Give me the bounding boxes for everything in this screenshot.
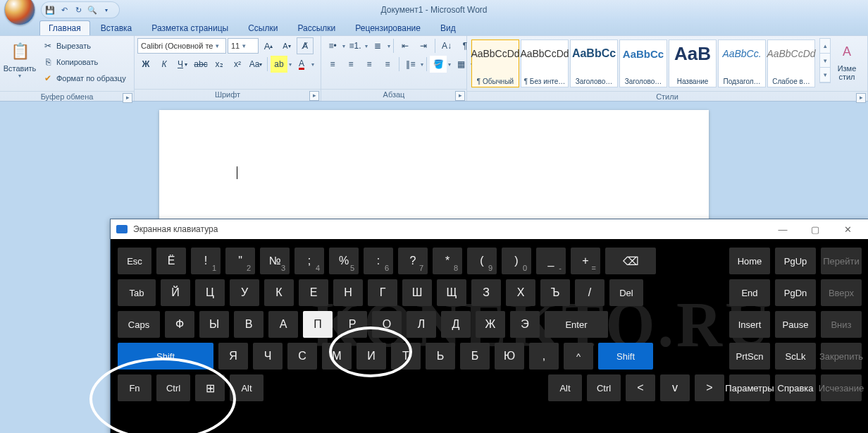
bold-button[interactable]: Ж bbox=[137, 56, 154, 73]
key-alt[interactable]: Alt bbox=[548, 374, 582, 401]
numbering-button[interactable]: ≡1. bbox=[347, 37, 364, 54]
key-ctrl[interactable]: Ctrl bbox=[587, 374, 621, 401]
redo-icon[interactable]: ↻ bbox=[73, 4, 84, 16]
bullets-button[interactable]: ≡• bbox=[324, 37, 341, 54]
style-item[interactable]: AaBbCcDd¶ Обычный bbox=[471, 39, 519, 87]
key-ю[interactable]: Ю bbox=[495, 343, 524, 370]
key-pgdn[interactable]: PgDn bbox=[775, 279, 816, 306]
key-справка[interactable]: Справка bbox=[775, 374, 816, 401]
align-left-button[interactable]: ≡ bbox=[324, 56, 341, 73]
key-х[interactable]: Х bbox=[506, 279, 535, 306]
style-item[interactable]: AaBbCcЗаголово… bbox=[619, 39, 667, 87]
key-исчезание[interactable]: Исчезание bbox=[821, 374, 862, 401]
key-prtscn[interactable]: PrtScn bbox=[729, 343, 770, 370]
key-в[interactable]: В bbox=[234, 311, 264, 338]
launcher-icon[interactable]: ▸ bbox=[455, 91, 465, 101]
key-ф[interactable]: Ф bbox=[165, 311, 194, 338]
key-esc[interactable]: Esc bbox=[118, 248, 151, 274]
key-й[interactable]: Й bbox=[161, 279, 190, 306]
shrink-font-button[interactable]: A▾ bbox=[278, 37, 295, 54]
key-)[interactable]: )0 bbox=[502, 248, 531, 274]
subscript-button[interactable]: x₂ bbox=[211, 56, 228, 73]
font-name-combo[interactable]: Calibri (Основной те▾ bbox=[137, 38, 226, 54]
document-page[interactable] bbox=[159, 110, 709, 219]
change-case-button[interactable]: Aa▾ bbox=[247, 56, 264, 73]
key-перейти[interactable]: Перейти bbox=[821, 248, 862, 274]
font-size-combo[interactable]: 11▾ bbox=[228, 38, 259, 54]
launcher-icon[interactable]: ▸ bbox=[309, 91, 319, 101]
key-р[interactable]: Р bbox=[337, 311, 367, 338]
key-⊞[interactable]: ⊞ bbox=[195, 374, 225, 401]
scroll-down-icon[interactable]: ▾ bbox=[820, 54, 830, 68]
indent-button[interactable]: ⇥ bbox=[415, 37, 432, 54]
save-icon[interactable]: 💾 bbox=[44, 4, 56, 16]
tab-Главная[interactable]: Главная bbox=[39, 20, 90, 35]
strike-button[interactable]: abc bbox=[192, 56, 209, 73]
tab-Разметка страницы[interactable]: Разметка страницы bbox=[142, 20, 237, 35]
tab-Рецензирование[interactable]: Рецензирование bbox=[346, 20, 430, 35]
align-right-button[interactable]: ≡ bbox=[361, 56, 378, 73]
key-з[interactable]: З bbox=[471, 279, 501, 306]
key-№[interactable]: №3 bbox=[260, 248, 290, 274]
key-*[interactable]: *8 bbox=[433, 248, 462, 274]
key-:[interactable]: :6 bbox=[364, 248, 393, 274]
key-о[interactable]: О bbox=[372, 311, 402, 338]
key-у[interactable]: У bbox=[230, 279, 259, 306]
key-,[interactable]: , bbox=[529, 343, 559, 370]
launcher-icon[interactable]: ▸ bbox=[856, 93, 866, 103]
print-preview-icon[interactable]: 🔍 bbox=[87, 4, 98, 16]
multilevel-button[interactable]: ≣ bbox=[369, 37, 386, 54]
key-⌫[interactable]: ⌫ bbox=[605, 248, 656, 274]
qat-dropdown-icon[interactable]: ▾ bbox=[101, 4, 112, 16]
key-shift[interactable]: Shift bbox=[118, 343, 213, 370]
key-э[interactable]: Э bbox=[510, 311, 540, 338]
key-insert[interactable]: Insert bbox=[729, 311, 770, 338]
sort-button[interactable]: A↓ bbox=[438, 37, 455, 54]
copy-button[interactable]: ⎘Копировать bbox=[39, 54, 129, 70]
key-caps[interactable]: Caps bbox=[118, 311, 160, 338]
scroll-up-icon[interactable]: ▴ bbox=[820, 39, 830, 54]
key-tab[interactable]: Tab bbox=[118, 279, 156, 306]
key-л[interactable]: Л bbox=[407, 311, 436, 338]
shading-button[interactable]: 🪣 bbox=[430, 56, 447, 73]
key-п[interactable]: П bbox=[303, 311, 333, 338]
style-item[interactable]: AaBbCcЗаголово… bbox=[570, 39, 618, 87]
key-([interactable]: (9 bbox=[467, 248, 497, 274]
tab-Рассылки[interactable]: Рассылки bbox=[288, 20, 345, 35]
justify-button[interactable]: ≡ bbox=[379, 56, 396, 73]
key-sclk[interactable]: ScLk bbox=[775, 343, 816, 370]
key-enter[interactable]: Enter bbox=[545, 311, 608, 338]
key-<[interactable]: < bbox=[626, 374, 655, 401]
key-pgup[interactable]: PgUp bbox=[775, 248, 816, 274]
tab-Вид[interactable]: Вид bbox=[431, 20, 465, 35]
key-ы[interactable]: Ы bbox=[199, 311, 229, 338]
key-ц[interactable]: Ц bbox=[195, 279, 225, 306]
key-н[interactable]: Н bbox=[333, 279, 363, 306]
superscript-button[interactable]: x² bbox=[229, 56, 246, 73]
key-м[interactable]: М bbox=[322, 343, 352, 370]
key-е[interactable]: Е bbox=[299, 279, 328, 306]
clear-format-button[interactable]: A̸ bbox=[297, 37, 314, 54]
style-item[interactable]: AaBНазвание bbox=[669, 39, 717, 87]
key-%[interactable]: %5 bbox=[329, 248, 359, 274]
close-button[interactable]: ✕ bbox=[832, 219, 863, 239]
key-ё[interactable]: Ё bbox=[156, 248, 186, 274]
key-_[interactable]: _- bbox=[536, 248, 566, 274]
key-"[interactable]: "2 bbox=[225, 248, 255, 274]
key-del[interactable]: Del bbox=[609, 279, 643, 306]
key-к[interactable]: К bbox=[264, 279, 294, 306]
key-pause[interactable]: Pause bbox=[775, 311, 816, 338]
key-ш[interactable]: Ш bbox=[402, 279, 432, 306]
highlight-button[interactable]: ab bbox=[271, 56, 287, 73]
key-а[interactable]: А bbox=[268, 311, 298, 338]
key-/[interactable]: / bbox=[575, 279, 604, 306]
style-item[interactable]: AaBbCcDd¶ Без инте… bbox=[521, 39, 569, 87]
gallery-scroll[interactable]: ▴ ▾ ▾ bbox=[819, 38, 831, 83]
key-ж[interactable]: Ж bbox=[476, 311, 505, 338]
underline-button[interactable]: Ч▾ bbox=[174, 56, 191, 73]
key-ъ[interactable]: Ъ bbox=[540, 279, 570, 306]
key-v[interactable]: v bbox=[660, 374, 690, 401]
key-б[interactable]: Б bbox=[460, 343, 490, 370]
font-color-button[interactable]: A bbox=[293, 56, 310, 73]
key-ь[interactable]: Ь bbox=[426, 343, 455, 370]
